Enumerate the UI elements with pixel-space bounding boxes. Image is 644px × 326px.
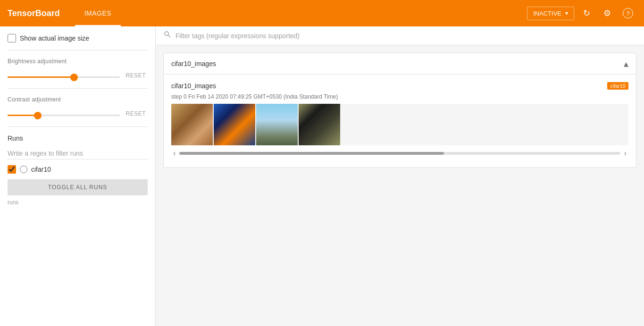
help-icon: ? (623, 8, 633, 18)
scroll-left-button[interactable]: ‹ (171, 147, 177, 159)
chevron-up-icon: ▴ (624, 59, 628, 69)
scroll-thumb (179, 152, 444, 155)
run-name-cifar10: cifar10 (31, 166, 51, 173)
show-actual-size-row: Show actual image size (8, 34, 148, 42)
nav-item-images[interactable]: IMAGES (75, 0, 121, 26)
image-strip (171, 104, 628, 145)
divider-1 (8, 50, 148, 50)
layout: Show actual image size Brightness adjust… (0, 26, 644, 326)
main-content: cifar10_images ▴ cifar10_images cifar10 … (156, 26, 644, 326)
settings-button[interactable]: ⚙ (599, 5, 616, 22)
inactive-dropdown[interactable]: INACTIVE ▾ (527, 7, 574, 20)
toggle-all-runs-button[interactable]: TOGGLE ALL RUNS (8, 179, 148, 195)
brightness-label: Brightness adjustment (8, 58, 148, 65)
image-thumb-3[interactable] (256, 104, 298, 145)
image-tag-badge: cifar10 (607, 82, 628, 90)
sidebar: Show actual image size Brightness adjust… (0, 26, 156, 326)
contrast-slider-container (8, 110, 120, 117)
card-header: cifar10_images ▴ (164, 53, 636, 75)
brightness-section: Brightness adjustment RESET (8, 58, 148, 81)
brightness-reset-button[interactable]: RESET (124, 70, 148, 81)
image-section: cifar10_images cifar10 step 0 Fri Feb 14… (164, 75, 636, 167)
show-actual-size-checkbox[interactable] (8, 34, 16, 42)
runs-label: Runs (8, 134, 148, 142)
app-logo: TensorBoard (8, 8, 60, 18)
refresh-icon: ↻ (583, 8, 590, 18)
scroll-controls: ‹ › (171, 147, 628, 159)
image-thumb-1[interactable] (171, 104, 213, 145)
card-collapse-button[interactable]: ▴ (624, 59, 628, 68)
runs-section: Runs cifar10 TOGGLE ALL RUNS runs (8, 134, 148, 206)
header-right: INACTIVE ▾ ↻ ⚙ ? (527, 5, 636, 22)
search-bar (156, 26, 644, 45)
image-section-title: cifar10_images (171, 82, 216, 90)
search-input[interactable] (176, 32, 636, 40)
image-section-header: cifar10_images cifar10 (171, 82, 628, 90)
contrast-slider[interactable] (8, 115, 120, 116)
divider-2 (8, 88, 148, 89)
run-radio-cifar10[interactable] (20, 166, 27, 173)
image-thumb-4[interactable] (299, 104, 340, 145)
settings-icon: ⚙ (603, 8, 611, 18)
header-nav: IMAGES (75, 0, 121, 26)
image-section-title-col: cifar10_images (171, 82, 216, 90)
brightness-slider[interactable] (8, 76, 120, 78)
image-thumb-2[interactable] (214, 104, 255, 145)
contrast-label: Contrast adjustment (8, 96, 148, 103)
show-actual-size-label: Show actual image size (20, 34, 89, 42)
runs-footer: runs (8, 199, 148, 206)
brightness-slider-row: RESET (8, 70, 148, 81)
image-strip-container: ‹ › (171, 104, 628, 159)
contrast-section: Contrast adjustment RESET (8, 96, 148, 119)
header: TensorBoard IMAGES INACTIVE ▾ ↻ ⚙ ? (0, 0, 644, 26)
run-item-cifar10: cifar10 (8, 165, 148, 174)
card-title: cifar10_images (171, 60, 216, 67)
images-card: cifar10_images ▴ cifar10_images cifar10 … (163, 53, 636, 167)
brightness-slider-container (8, 72, 120, 79)
search-icon (163, 30, 172, 41)
contrast-slider-row: RESET (8, 109, 148, 119)
image-section-meta: step 0 Fri Feb 14 2020 07:49:25 GMT+0530… (171, 93, 628, 100)
run-filter-input[interactable] (8, 148, 148, 159)
scroll-right-button[interactable]: › (622, 147, 628, 159)
contrast-reset-button[interactable]: RESET (124, 109, 148, 119)
scroll-track[interactable] (179, 152, 620, 155)
help-button[interactable]: ? (619, 5, 636, 22)
divider-3 (8, 126, 148, 127)
run-checkbox-cifar10[interactable] (8, 165, 16, 174)
refresh-button[interactable]: ↻ (578, 5, 595, 22)
chevron-down-icon: ▾ (565, 10, 568, 17)
